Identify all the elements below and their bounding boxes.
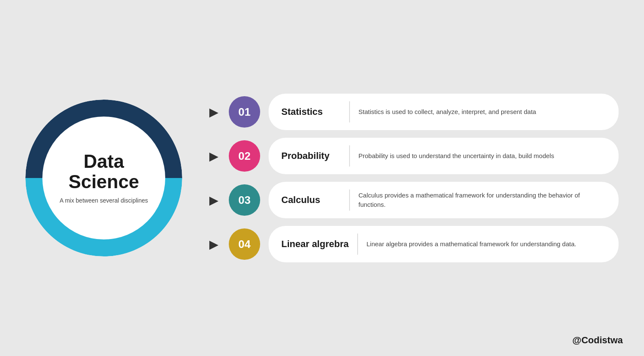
- item-card-3: CalculusCalculus provides a mathematical…: [269, 182, 619, 218]
- items-section: ▶01StatisticsStatistics is used to colle…: [208, 94, 619, 262]
- arrow-icon: ▶: [208, 237, 220, 251]
- item-name-3: Calculus: [281, 195, 341, 206]
- item-name-2: Probability: [281, 150, 341, 161]
- watermark: @Codistwa: [572, 335, 623, 346]
- circle-subtitle: A mix between several disciplines: [60, 197, 148, 205]
- item-card-4: Linear algrebraLinear algebra provides a…: [269, 226, 619, 262]
- item-divider-4: [357, 234, 358, 255]
- circle-section: Data Science A mix between several disci…: [25, 100, 182, 256]
- item-divider-1: [349, 101, 350, 122]
- number-circle-4: 04: [229, 228, 260, 260]
- circle-title-line1: Data Science: [69, 151, 139, 192]
- arrow-icon: ▶: [208, 193, 220, 207]
- item-desc-4: Linear algebra provides a mathematical f…: [366, 239, 576, 249]
- item-divider-2: [349, 145, 350, 167]
- inner-circle: Data Science A mix between several disci…: [42, 117, 165, 239]
- item-card-1: StatisticsStatistics is used to collect,…: [269, 94, 619, 130]
- item-name-4: Linear algrebra: [281, 239, 349, 250]
- item-card-2: ProbabilityProbability is used to unders…: [269, 138, 619, 174]
- item-row: ▶01StatisticsStatistics is used to colle…: [208, 94, 619, 130]
- number-circle-1: 01: [229, 96, 260, 128]
- arrow-icon: ▶: [208, 105, 220, 119]
- item-row: ▶04Linear algrebraLinear algebra provide…: [208, 226, 619, 262]
- number-circle-2: 02: [229, 140, 260, 172]
- arrow-icon: ▶: [208, 149, 220, 163]
- item-divider-3: [349, 189, 350, 211]
- item-desc-1: Statistics is used to collect, analyze, …: [358, 107, 536, 117]
- main-container: Data Science A mix between several disci…: [25, 13, 619, 343]
- item-row: ▶02ProbabilityProbability is used to und…: [208, 138, 619, 174]
- item-desc-2: Probability is used to understand the un…: [358, 151, 554, 161]
- item-name-1: Statistics: [281, 106, 341, 117]
- item-desc-3: Calculus provides a mathematical framewo…: [358, 191, 606, 210]
- number-circle-3: 03: [229, 184, 260, 216]
- item-row: ▶03CalculusCalculus provides a mathemati…: [208, 182, 619, 218]
